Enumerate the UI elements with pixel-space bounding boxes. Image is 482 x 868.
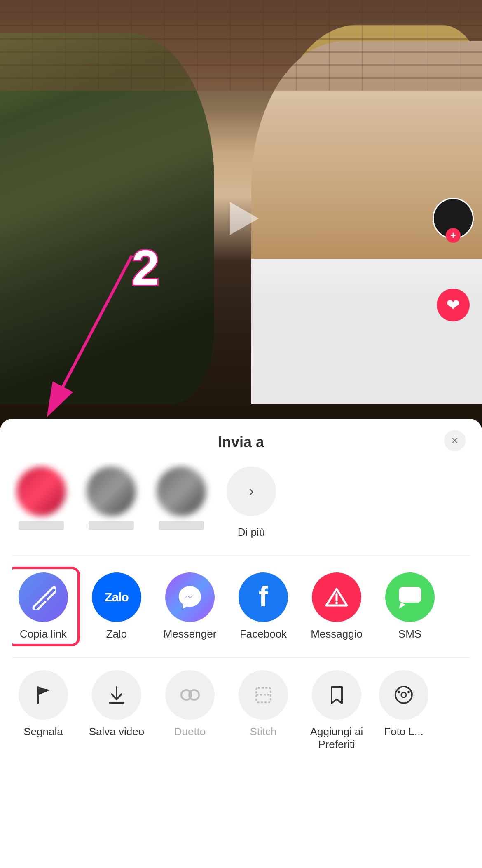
svg-point-17 [398, 691, 400, 693]
play-button[interactable] [220, 198, 262, 239]
download-icon [105, 684, 128, 706]
foto-icon-circle [379, 670, 428, 720]
contacts-row: › Di più [12, 462, 470, 551]
sms-icon [385, 572, 435, 622]
contact-item[interactable] [152, 467, 210, 530]
messenger-button[interactable]: Messenger [159, 572, 221, 640]
divider-2 [12, 657, 470, 658]
salva-video-button[interactable]: Salva video [86, 670, 147, 738]
salva-icon-circle [92, 670, 141, 720]
contact-item[interactable] [12, 467, 70, 530]
messaggio-label: Messaggio [311, 628, 363, 640]
copy-link-button[interactable]: Copia link [12, 572, 74, 640]
sms-svg [397, 585, 424, 610]
salva-video-label: Salva video [89, 725, 144, 738]
duetto-button[interactable]: Duetto [159, 670, 221, 738]
aggiungi-preferiti-button[interactable]: Aggiungi ai Preferiti [306, 670, 367, 751]
camera-icon [393, 684, 415, 706]
messenger-svg [177, 584, 204, 611]
divider-1 [12, 555, 470, 556]
messaggio-icon [312, 572, 361, 622]
stitch-icon-circle [239, 670, 288, 720]
share-sheet: Invia a × › Di più [0, 419, 482, 868]
profile-avatar[interactable]: + [433, 198, 474, 239]
aggiungi-label: Aggiungi ai Preferiti [306, 725, 367, 751]
contact-name-2 [89, 521, 134, 530]
messenger-label: Messenger [164, 628, 217, 640]
svg-point-18 [407, 691, 410, 693]
contact-item[interactable] [82, 467, 140, 530]
duetto-icon-circle [165, 670, 215, 720]
aggiungi-icon-circle [312, 670, 361, 720]
sms-button[interactable]: SMS [379, 572, 441, 640]
zalo-label: Zalo [106, 628, 127, 640]
chain-svg [31, 585, 56, 610]
bookmark-icon [325, 684, 348, 706]
sheet-title: Invia a [218, 434, 264, 451]
contact-name-3 [159, 521, 204, 530]
svg-point-5 [335, 602, 338, 604]
more-contacts-button[interactable]: › Di più [222, 467, 280, 539]
svg-point-16 [401, 692, 406, 697]
foto-button[interactable]: Foto L... [379, 670, 428, 738]
right-sidebar: + ❤ [433, 198, 474, 321]
copy-link-icon [19, 572, 68, 622]
copy-link-label: Copia link [20, 628, 67, 640]
contact-avatar-3 [157, 467, 206, 516]
segnala-icon-circle [19, 670, 68, 720]
foto-label: Foto L... [384, 725, 423, 738]
stitch-label: Stitch [250, 725, 276, 738]
zalo-icon: Zalo [92, 572, 141, 622]
actions-row: Segnala Salva video Duetto [12, 662, 470, 763]
messaggio-button[interactable]: Messaggio [306, 572, 367, 640]
more-icon: › [227, 467, 276, 516]
facebook-button[interactable]: f Facebook [232, 572, 294, 640]
zalo-button[interactable]: Zalo Zalo [86, 572, 147, 640]
messaggio-svg [324, 585, 349, 610]
sms-label: SMS [398, 628, 421, 640]
facebook-icon: f [239, 572, 288, 622]
annotation-number: 2 [132, 239, 159, 296]
stitch-icon [252, 684, 275, 706]
segnala-label: Segnala [23, 725, 63, 738]
video-background: 2 + ❤ [0, 0, 482, 437]
contact-name-1 [19, 521, 64, 530]
duetto-icon [179, 684, 201, 706]
messenger-icon [165, 572, 215, 622]
facebook-label: Facebook [240, 628, 287, 640]
segnala-button[interactable]: Segnala [12, 670, 74, 738]
app-share-row: Copia link Zalo Zalo [12, 560, 470, 653]
svg-line-2 [40, 594, 47, 601]
close-button[interactable]: × [444, 430, 466, 451]
stitch-button[interactable]: Stitch [232, 670, 294, 738]
svg-rect-6 [399, 587, 421, 603]
contact-avatar-2 [87, 467, 136, 516]
duetto-label: Duetto [174, 725, 206, 738]
follow-button[interactable]: + [446, 228, 461, 243]
brick-wall [0, 0, 482, 91]
svg-marker-7 [399, 603, 406, 609]
sheet-header: Invia a × [12, 419, 470, 462]
more-label: Di più [238, 526, 265, 539]
contact-avatar-1 [16, 467, 66, 516]
like-button[interactable]: ❤ [437, 289, 470, 321]
play-triangle [230, 202, 259, 235]
flag-icon [32, 684, 55, 706]
